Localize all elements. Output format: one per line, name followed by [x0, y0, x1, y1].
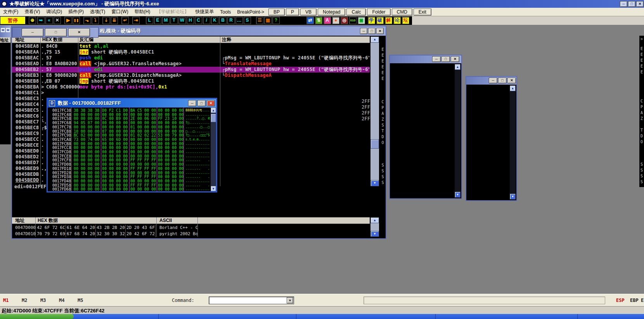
- background-window-sliver[interactable]: M M 地址: [0, 26, 11, 144]
- window-a-body[interactable]: ▲ ▼: [390, 63, 461, 198]
- close-button[interactable]: ✕: [507, 78, 516, 83]
- dump-row[interactable]: 0047D01070 79 72 6967 68 74 2032 30 30 3…: [12, 231, 370, 237]
- minimize-button[interactable]: ─: [188, 100, 196, 106]
- scrollbar[interactable]: [510, 85, 516, 199]
- menu-item-extra-0[interactable]: 快捷菜单: [192, 9, 217, 15]
- background-window-b[interactable]: ─□✕ ▲ ▼: [466, 76, 517, 201]
- menu-item-1[interactable]: 查看(V): [21, 9, 43, 15]
- window-icon[interactable]: ▣: [358, 17, 365, 24]
- scrollbar-thumb[interactable]: [211, 114, 216, 122]
- scroll-down-icon[interactable]: ▼: [370, 180, 379, 186]
- scroll-down-icon[interactable]: ▼: [510, 194, 516, 199]
- cpu-window-button[interactable]: C: [195, 17, 202, 24]
- maximize-button[interactable]: □: [498, 78, 507, 83]
- menu-button-bp[interactable]: BP: [268, 9, 285, 16]
- windows-window-button[interactable]: W: [178, 17, 186, 24]
- threads-window-button[interactable]: T: [170, 17, 178, 24]
- scroll-up-icon[interactable]: ▲: [211, 107, 216, 113]
- maximize-button[interactable]: □: [197, 100, 206, 106]
- reload-icon[interactable]: ➥: [37, 17, 45, 24]
- menu-button-cmd[interactable]: CMD: [392, 9, 412, 16]
- record-icon[interactable]: ●: [332, 17, 339, 24]
- dump-header-1[interactable]: HEX 数据: [38, 217, 58, 224]
- step-over-icon[interactable]: ⤵: [92, 17, 99, 24]
- data-dump-window[interactable]: D 数据 - 00170000..00182FFF ─□✕ 0017FC3838…: [47, 98, 217, 192]
- minimize-button[interactable]: ─: [22, 28, 43, 36]
- handles-window-button[interactable]: H: [187, 17, 194, 24]
- step-into-icon[interactable]: ⬎: [83, 17, 91, 24]
- dropdown-arrow-icon[interactable]: ▼: [287, 297, 293, 303]
- close-button[interactable]: ✕: [376, 28, 384, 34]
- disasm-row[interactable]: 0045BEA8.84C0test al,al: [12, 43, 370, 49]
- xue-button[interactable]: 学: [368, 17, 375, 24]
- menu-button-calc[interactable]: Calc: [346, 9, 366, 16]
- scroll-up-icon[interactable]: ▲: [455, 64, 460, 70]
- maximize-button[interactable]: □: [368, 28, 376, 34]
- minimize-button[interactable]: ─: [360, 28, 367, 34]
- scroll-up-icon[interactable]: ▲: [370, 217, 379, 223]
- scrollbar-thumb[interactable]: [370, 139, 379, 149]
- lun-button[interactable]: 论: [393, 17, 401, 24]
- memory-window-button[interactable]: M: [162, 17, 170, 24]
- window-b-title-bar[interactable]: ─□✕: [466, 77, 516, 85]
- dump-header-2[interactable]: ASCII: [159, 217, 172, 224]
- maximize-button[interactable]: □: [45, 28, 67, 36]
- target-icon[interactable]: ◎: [341, 17, 348, 24]
- menu-item-extra-1[interactable]: Tools: [217, 9, 234, 15]
- menu-item-5[interactable]: 窗口(W): [108, 9, 131, 15]
- pause-icon[interactable]: ❚❚: [73, 17, 80, 24]
- column-divider[interactable]: [40, 36, 41, 186]
- start-button[interactable]: [0, 314, 74, 319]
- scroll-up-icon[interactable]: ▲: [510, 85, 516, 91]
- scrollbar[interactable]: [455, 64, 460, 198]
- po-button[interactable]: 破: [376, 17, 384, 24]
- dump-row[interactable]: 0047D00042 6F 72 6C61 6E 64 2043 2B 2B 2…: [12, 225, 370, 231]
- close-program-icon[interactable]: ✕: [54, 17, 61, 24]
- updown-icon[interactable]: ⇅: [315, 17, 322, 24]
- menu-item-4[interactable]: 选项(T): [87, 9, 108, 15]
- menu-item-2[interactable]: 调试(D): [43, 9, 65, 15]
- memo-label-m2[interactable]: M2: [22, 298, 27, 303]
- disasm-row[interactable]: 0045BEB8.,EB 07jmp short 硬编码寻.0045BEC1: [12, 78, 370, 84]
- disasm-row[interactable]: 0045BEB2.57push edi┌pMsg = WM_LBUTTONUP …: [12, 67, 370, 73]
- menu-item-6[interactable]: 帮助(H): [132, 9, 154, 15]
- source-window-button[interactable]: S: [244, 17, 251, 24]
- menu-button-notepad[interactable]: Notepad: [318, 9, 345, 16]
- dump-header-0[interactable]: 地址: [15, 217, 24, 224]
- close-button[interactable]: ✕: [207, 100, 215, 106]
- menu-button-vb[interactable]: VB: [300, 9, 317, 16]
- memo-label-m5[interactable]: M5: [78, 298, 83, 303]
- menu-item-extra-2[interactable]: BreakPoint->: [234, 9, 267, 15]
- disasm-row[interactable]: 0045BEAC.57push edi┌pMsg = WM_LBUTTONUP …: [12, 55, 370, 61]
- run-icon[interactable]: ▶: [64, 17, 72, 24]
- log-window-button[interactable]: L: [146, 17, 153, 24]
- column-divider[interactable]: [220, 36, 220, 186]
- memo-label-m3[interactable]: M3: [40, 298, 46, 303]
- scroll-down-icon[interactable]: ▼: [211, 186, 216, 191]
- execute-return-icon[interactable]: ↵: [121, 17, 129, 24]
- restart-icon[interactable]: ⊕: [29, 17, 36, 24]
- scroll-down-icon[interactable]: ▼: [370, 231, 379, 237]
- executables-window-button[interactable]: E: [154, 17, 161, 24]
- menu-button-exit[interactable]: Exit: [414, 9, 431, 16]
- breakpoints-window-button[interactable]: B: [219, 17, 227, 24]
- menu-item-3[interactable]: 插件(P): [65, 9, 87, 15]
- minimize-button[interactable]: ─: [432, 56, 441, 62]
- trace-into-icon[interactable]: ⇣: [102, 17, 110, 24]
- tan-button[interactable]: 坛: [402, 17, 409, 24]
- references-window-button[interactable]: R: [227, 17, 235, 24]
- jie-button[interactable]: 解: [385, 17, 392, 24]
- minimize-button[interactable]: ─: [489, 78, 497, 83]
- data-window-body[interactable]: 0017FC3838 38 38 38D0 F2 C1 D0BA C5 00 0…: [48, 107, 216, 191]
- menu-button-folder[interactable]: Folder: [367, 9, 390, 16]
- trace-over-icon[interactable]: ⇊: [111, 17, 118, 24]
- memo-label-m1[interactable]: M1: [3, 298, 9, 303]
- help-icon[interactable]: ?: [272, 17, 280, 24]
- dump-column-headers[interactable]: 地址HEX 数据ASCII: [12, 217, 370, 224]
- grid-icon[interactable]: ▦: [264, 17, 272, 24]
- data-window-title-bar[interactable]: D 数据 - 00170000..00182FFF ─□✕: [48, 99, 216, 107]
- command-input[interactable]: ▼: [209, 296, 294, 304]
- app-title-bar[interactable]: ★學破解论坛★「www.xuepojie.com」 - 硬编码寻找序列号-6.e…: [0, 0, 644, 8]
- menu-button-p[interactable]: P: [286, 9, 299, 16]
- maximize-button[interactable]: □: [628, 1, 635, 7]
